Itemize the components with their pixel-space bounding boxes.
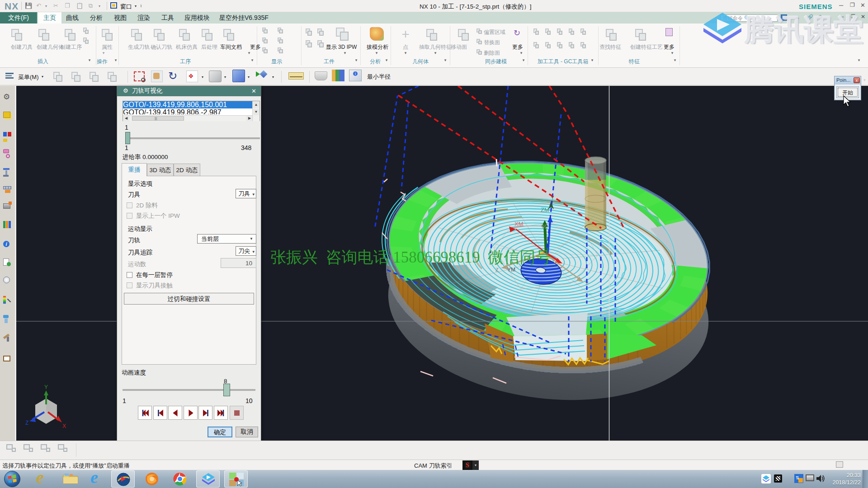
- svg-text:Z: Z: [25, 420, 28, 426]
- svg-text:YC: YC: [541, 224, 548, 230]
- svg-text:ZM: ZM: [541, 206, 549, 213]
- svg-text:X: X: [62, 423, 66, 429]
- svg-text:Y: Y: [44, 384, 48, 390]
